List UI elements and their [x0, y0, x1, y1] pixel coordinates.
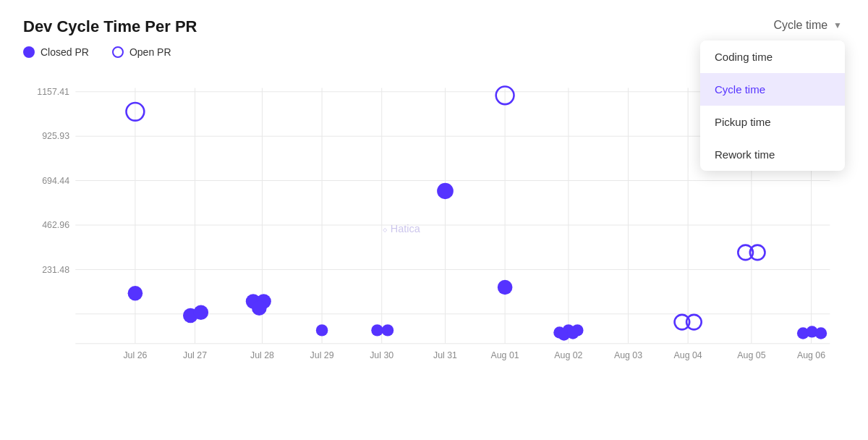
svg-point-51 — [437, 183, 454, 200]
legend-open-pr: Open PR — [112, 46, 171, 58]
dropdown-label: Cycle time — [773, 19, 827, 32]
svg-text:Jul 26: Jul 26 — [123, 350, 147, 360]
svg-text:Aug 05: Aug 05 — [737, 350, 765, 360]
svg-text:Jul 29: Jul 29 — [310, 350, 334, 360]
svg-text:925.93: 925.93 — [42, 131, 69, 141]
svg-point-44 — [193, 305, 208, 320]
chevron-down-icon: ▼ — [833, 20, 842, 30]
svg-text:462.96: 462.96 — [42, 220, 69, 230]
svg-text:⬦ Hatica: ⬦ Hatica — [382, 223, 420, 234]
closed-pr-label: Closed PR — [41, 46, 89, 58]
svg-point-52 — [498, 280, 513, 295]
closed-pr-dot — [23, 46, 35, 58]
dropdown-container: Cycle time ▼ Coding time Cycle time Pick… — [770, 14, 845, 36]
svg-text:Aug 02: Aug 02 — [554, 350, 582, 360]
open-pr-dot — [112, 46, 124, 58]
svg-text:Jul 27: Jul 27 — [183, 350, 207, 360]
legend-closed-pr: Closed PR — [23, 46, 89, 58]
svg-text:1157.41: 1157.41 — [37, 87, 69, 97]
svg-point-57 — [567, 327, 579, 339]
chart-container: Cycle time ▼ Coding time Cycle time Pick… — [0, 0, 868, 440]
dropdown-menu: Coding time Cycle time Pickup time Rewor… — [700, 41, 845, 171]
svg-text:231.48: 231.48 — [42, 265, 69, 275]
svg-text:Aug 06: Aug 06 — [797, 350, 825, 360]
svg-point-48 — [316, 324, 328, 336]
svg-text:694.44: 694.44 — [42, 176, 69, 186]
dropdown-option-pickup-time[interactable]: Pickup time — [700, 106, 845, 138]
dropdown-trigger[interactable]: Cycle time ▼ — [770, 14, 845, 36]
page-title: Dev Cycle Time Per PR — [23, 17, 845, 36]
svg-text:Jul 28: Jul 28 — [250, 350, 274, 360]
svg-point-49 — [371, 324, 383, 336]
svg-point-60 — [815, 327, 827, 339]
svg-text:Jul 30: Jul 30 — [370, 350, 393, 360]
dropdown-option-coding-time[interactable]: Coding time — [700, 41, 845, 73]
svg-text:Aug 04: Aug 04 — [674, 350, 702, 360]
svg-text:Aug 03: Aug 03 — [614, 350, 642, 360]
dropdown-option-cycle-time[interactable]: Cycle time — [700, 73, 845, 106]
dropdown-option-rework-time[interactable]: Rework time — [700, 138, 845, 171]
svg-text:Jul 31: Jul 31 — [433, 350, 457, 360]
svg-text:Aug 01: Aug 01 — [490, 350, 519, 360]
open-pr-label: Open PR — [129, 46, 171, 58]
svg-point-47 — [252, 300, 267, 315]
svg-point-42 — [128, 286, 143, 300]
svg-point-50 — [382, 324, 394, 336]
